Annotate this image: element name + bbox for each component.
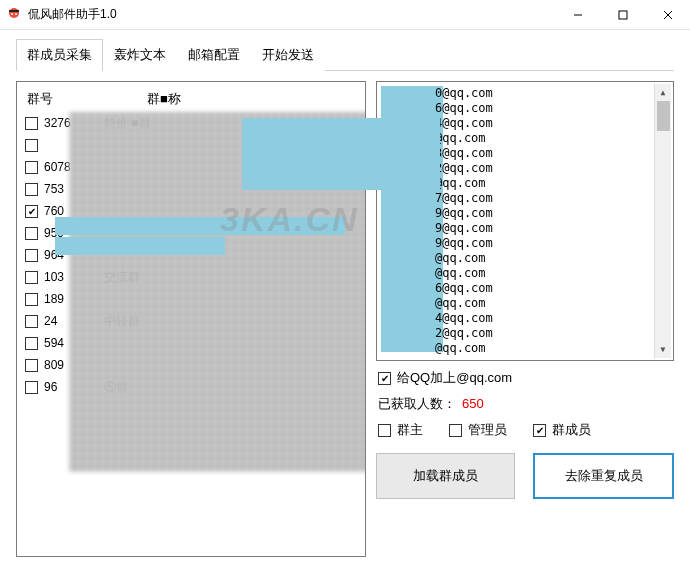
tab-send[interactable]: 开始发送 xyxy=(251,39,325,71)
checkbox-member[interactable] xyxy=(533,424,546,437)
label-admin: 管理员 xyxy=(468,421,507,439)
count-label: 已获取人数： xyxy=(378,396,456,411)
svg-point-2 xyxy=(11,13,13,15)
svg-rect-1 xyxy=(9,10,19,12)
group-checkbox[interactable] xyxy=(25,227,38,240)
group-checkbox[interactable] xyxy=(25,293,38,306)
group-checkbox[interactable] xyxy=(25,337,38,350)
load-members-button[interactable]: 加载群成员 xyxy=(376,453,515,499)
tab-collect[interactable]: 群成员采集 xyxy=(16,39,103,71)
col-header-name: 群■称 xyxy=(147,90,355,108)
group-checkbox[interactable] xyxy=(25,161,38,174)
group-checkbox[interactable] xyxy=(25,249,38,262)
email-line: 2@qq.com xyxy=(435,326,493,341)
group-checkbox[interactable] xyxy=(25,205,38,218)
window-title: 侃风邮件助手1.0 xyxy=(28,6,555,23)
group-checkbox[interactable] xyxy=(25,315,38,328)
tab-text[interactable]: 轰炸文本 xyxy=(103,39,177,71)
maximize-button[interactable] xyxy=(600,0,645,29)
email-line: 9@qq.com xyxy=(435,221,493,236)
email-line: 6@qq.com xyxy=(435,281,493,296)
checkbox-owner[interactable] xyxy=(378,424,391,437)
group-checkbox[interactable] xyxy=(25,117,38,130)
email-line: 7@qq.com xyxy=(435,191,493,206)
svg-point-0 xyxy=(9,8,19,18)
scroll-thumb[interactable] xyxy=(657,101,670,131)
highlight-strip xyxy=(55,237,225,255)
dedupe-button[interactable]: 去除重复成员 xyxy=(533,453,674,499)
group-checkbox[interactable] xyxy=(25,381,38,394)
checkbox-append-suffix[interactable] xyxy=(378,372,391,385)
count-value: 650 xyxy=(462,396,484,411)
email-line: 4@qq.com xyxy=(435,311,493,326)
email-line: @qq.com xyxy=(435,176,493,191)
email-line: 3@qq.com xyxy=(435,146,493,161)
close-button[interactable] xyxy=(645,0,690,29)
email-line: 9@qq.com xyxy=(435,236,493,251)
scrollbar[interactable]: ▲ ▼ xyxy=(654,84,671,358)
app-icon xyxy=(6,7,22,23)
svg-point-3 xyxy=(15,13,17,15)
email-line: @qq.com xyxy=(435,131,493,146)
group-checkbox[interactable] xyxy=(25,359,38,372)
email-line: @qq.com xyxy=(435,341,493,356)
email-line: @qq.com xyxy=(435,251,493,266)
svg-rect-5 xyxy=(619,11,627,19)
label-owner: 群主 xyxy=(397,421,423,439)
group-checkbox[interactable] xyxy=(25,183,38,196)
email-line: 6@qq.com xyxy=(435,101,493,116)
email-line: 0@qq.com xyxy=(435,86,493,101)
col-header-id: 群号 xyxy=(27,90,147,108)
tab-bar: 群成员采集 轰炸文本 邮箱配置 开始发送 xyxy=(0,30,690,70)
highlight-strip xyxy=(55,217,345,235)
scroll-down-icon[interactable]: ▼ xyxy=(655,341,671,358)
group-list-header: 群号 群■称 xyxy=(21,86,361,112)
email-line: @qq.com xyxy=(435,266,493,281)
highlight-block xyxy=(242,118,440,190)
scroll-up-icon[interactable]: ▲ xyxy=(655,84,671,101)
email-line: 4@qq.com xyxy=(435,116,493,131)
tab-mailconfig[interactable]: 邮箱配置 xyxy=(177,39,251,71)
email-line: 9@qq.com xyxy=(435,206,493,221)
checkbox-admin[interactable] xyxy=(449,424,462,437)
group-checkbox[interactable] xyxy=(25,139,38,152)
email-line: @qq.com xyxy=(435,296,493,311)
label-append-suffix: 给QQ加上@qq.com xyxy=(397,369,512,387)
group-checkbox[interactable] xyxy=(25,271,38,284)
label-member: 群成员 xyxy=(552,421,591,439)
email-line: 2@qq.com xyxy=(435,161,493,176)
titlebar: 侃风邮件助手1.0 xyxy=(0,0,690,30)
minimize-button[interactable] xyxy=(555,0,600,29)
